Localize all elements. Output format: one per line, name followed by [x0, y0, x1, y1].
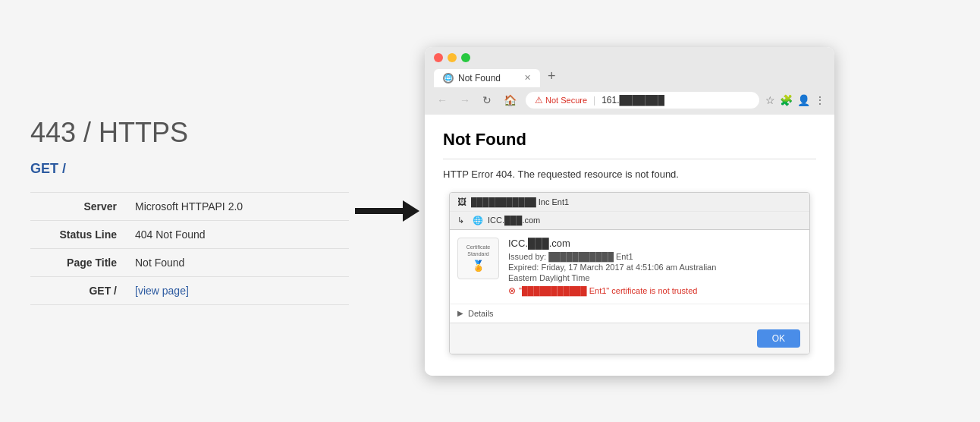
server-value: Microsoft HTTPAPI 2.0 — [129, 193, 349, 221]
info-table: Server Microsoft HTTPAPI 2.0 Status Line… — [30, 192, 349, 305]
cert-thumbnail: Certificate Standard 🏅 — [457, 238, 499, 279]
page-title-label: Page Title — [30, 249, 129, 277]
warning-icon: ⚠ — [535, 95, 543, 106]
method-label: GET / — [30, 161, 349, 177]
address-actions: ☆ 🧩 👤 ⋮ — [765, 94, 825, 106]
close-button[interactable] — [434, 53, 443, 62]
minimize-button[interactable] — [448, 53, 457, 62]
arrow-shaft — [355, 208, 404, 214]
main-container: 443 / HTTPS GET / Server Microsoft HTTPA… — [0, 0, 980, 422]
cert-thumb-label1: Certificate — [466, 244, 491, 250]
cert-ok-row: OK — [450, 323, 809, 354]
forward-button[interactable]: → — [457, 93, 473, 108]
left-panel: 443 / HTTPS GET / Server Microsoft HTTPA… — [30, 102, 349, 320]
address-bar-row: ← → ↻ 🏠 ⚠ Not Secure | 161.███████ ☆ 🧩 👤… — [425, 87, 834, 115]
cert-icon2: 🌐 — [473, 216, 483, 225]
arrow-container — [349, 200, 425, 222]
arrow — [355, 200, 419, 222]
home-button[interactable]: 🏠 — [501, 93, 520, 108]
ok-button[interactable]: OK — [757, 329, 800, 348]
cert-header-row1: 🖼 ███████████ Inc Ent1 — [450, 193, 809, 212]
address-field[interactable]: ⚠ Not Secure | 161.███████ — [526, 92, 759, 109]
cert-error-message: ⊗ "███████████ Ent1" certificate is not … — [508, 285, 802, 296]
page-content: Not Found HTTP Error 404. The requested … — [425, 115, 834, 376]
page-error-message: HTTP Error 404. The requested resource i… — [443, 168, 816, 180]
get-label: GET / — [30, 277, 129, 305]
port-title: 443 / HTTPS — [30, 117, 349, 149]
view-page-cell: [view page] — [129, 277, 349, 305]
cert-body: Certificate Standard 🏅 ICC.███.com Issue… — [450, 230, 809, 304]
details-label[interactable]: Details — [468, 309, 494, 318]
table-row: Page Title Not Found — [30, 249, 349, 277]
cert-popup-header: 🖼 ███████████ Inc Ent1 ↳ 🌐 ICC.███.com — [450, 193, 809, 230]
cert-error-text: "███████████ Ent1" certificate is not tr… — [519, 286, 697, 295]
tab-favicon: 🌐 — [443, 73, 454, 83]
address-separator: | — [593, 95, 595, 106]
cert-thumb-label2: Standard — [466, 250, 491, 257]
table-row: Server Microsoft HTTPAPI 2.0 — [30, 193, 349, 221]
tab-close-button[interactable]: ✕ — [524, 73, 531, 83]
traffic-lights — [434, 53, 825, 62]
arrow-head — [403, 200, 419, 222]
cert-expired-line1: Expired: Friday, 17 March 2017 at 4:51:0… — [508, 263, 802, 272]
status-line-label: Status Line — [30, 221, 129, 249]
maximize-button[interactable] — [461, 53, 470, 62]
browser-chrome: 🌐 Not Found ✕ + — [425, 47, 834, 87]
table-row: Status Line 404 Not Found — [30, 221, 349, 249]
address-url: 161.███████ — [602, 95, 664, 106]
cert-domain-name: ICC.███.com — [508, 238, 802, 249]
triangle-icon: ▶ — [457, 309, 463, 317]
cert-header-row2: ↳ 🌐 ICC.███.com — [450, 212, 809, 229]
cert-issued-by: Issued by: ███████████ Ent1 — [508, 252, 802, 261]
status-line-value: 404 Not Found — [129, 221, 349, 249]
browser-window: 🌐 Not Found ✕ + ← → ↻ 🏠 ⚠ Not Secure | 1… — [425, 47, 834, 376]
cert-icon: 🖼 — [457, 197, 466, 207]
cert-sub-icon: ↳ — [457, 216, 468, 225]
cert-footer: ▶ Details — [450, 304, 809, 323]
server-label: Server — [30, 193, 129, 221]
cert-domain-header: ICC.███.com — [488, 216, 540, 225]
not-secure-label: Not Secure — [545, 96, 587, 105]
view-page-link[interactable]: [view page] — [135, 285, 189, 297]
certificate-popup: 🖼 ███████████ Inc Ent1 ↳ 🌐 ICC.███.com C… — [449, 192, 810, 354]
back-button[interactable]: ← — [434, 93, 451, 108]
cert-expired-line2: Eastern Daylight Time — [508, 273, 802, 282]
profile-icon[interactable]: 👤 — [797, 94, 810, 106]
cert-details-panel: ICC.███.com Issued by: ███████████ Ent1 … — [508, 238, 802, 296]
cert-error-icon: ⊗ — [508, 285, 516, 296]
extensions-icon[interactable]: 🧩 — [780, 94, 793, 106]
browser-tab[interactable]: 🌐 Not Found ✕ — [434, 69, 540, 87]
page-heading: Not Found — [443, 130, 816, 159]
page-title-value: Not Found — [129, 249, 349, 277]
table-row: GET / [view page] — [30, 277, 349, 305]
tab-title: Not Found — [458, 73, 501, 83]
new-tab-button[interactable]: + — [543, 68, 561, 87]
cert-entity-name: ███████████ Inc Ent1 — [471, 197, 569, 206]
bookmark-icon[interactable]: ☆ — [765, 94, 775, 106]
not-secure-indicator: ⚠ Not Secure — [535, 95, 587, 106]
menu-icon[interactable]: ⋮ — [815, 94, 825, 106]
refresh-button[interactable]: ↻ — [479, 93, 495, 108]
tab-bar: 🌐 Not Found ✕ + — [434, 68, 825, 87]
